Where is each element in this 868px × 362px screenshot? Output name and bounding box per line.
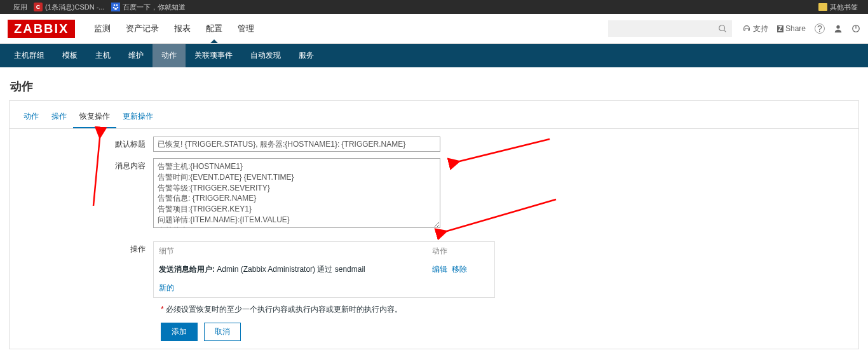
subnav-correlation[interactable]: 关联项事件: [186, 44, 241, 67]
ops-remove-link[interactable]: 移除: [452, 265, 467, 274]
ops-header-detail: 细节: [159, 246, 432, 257]
tab-recovery-operations[interactable]: 恢复操作: [73, 107, 116, 128]
bookmark-csdn[interactable]: C (1条消息)CSDN -...: [34, 3, 105, 12]
required-note: * 必须设置恢复时的至少一个执行内容或执行内容或更新时的执行内容。: [161, 304, 848, 315]
ops-row-rest: Admin (Zabbix Administrator) 通过 sendmail: [215, 265, 365, 274]
subnav-actions[interactable]: 动作: [153, 44, 186, 67]
page-title: 动作: [0, 67, 868, 100]
search-box[interactable]: [608, 20, 732, 37]
nav-reports[interactable]: 报表: [166, 18, 198, 39]
tab-operations[interactable]: 操作: [45, 107, 73, 128]
svg-point-2: [116, 4, 118, 6]
ops-edit-link[interactable]: 编辑: [432, 265, 447, 274]
bookmark-baidu[interactable]: 百度一下，你就知道: [111, 3, 186, 12]
label-default-subject: 默认标题: [20, 137, 153, 150]
row-default-subject: 默认标题: [20, 137, 848, 152]
input-default-subject[interactable]: [153, 137, 440, 152]
user-icon: [834, 24, 843, 33]
operations-table-header: 细节 动作: [154, 242, 494, 260]
subnav-templates[interactable]: 模板: [53, 44, 86, 67]
share-link[interactable]: Z Share: [777, 24, 806, 33]
tab-action[interactable]: 动作: [17, 107, 45, 128]
content-panel: 动作 操作 恢复操作 更新操作 默认标题 消息内容 操作 细节 动作: [9, 100, 859, 349]
ops-row-bold: 发送消息给用户:: [159, 265, 215, 274]
svg-point-6: [719, 25, 725, 31]
top-actions: 支持 Z Share ?: [742, 23, 860, 34]
subnav-hostgroups[interactable]: 主机群组: [5, 44, 53, 67]
tab-update-operations[interactable]: 更新操作: [116, 107, 159, 128]
subnav-discovery[interactable]: 自动发现: [241, 44, 290, 67]
svg-point-3: [112, 7, 114, 9]
browser-bookmarks-bar: 应用 C (1条消息)CSDN -... 百度一下，你就知道 其他书签: [0, 0, 868, 14]
svg-line-7: [724, 30, 726, 32]
svg-point-8: [836, 25, 839, 29]
logout-link[interactable]: [851, 24, 860, 33]
power-icon: [851, 24, 860, 33]
question-icon: ?: [815, 23, 825, 34]
asterisk-icon: *: [161, 305, 164, 314]
search-icon[interactable]: [718, 24, 727, 33]
svg-point-1: [113, 4, 115, 6]
search-input[interactable]: [613, 24, 718, 33]
ops-header-action: 动作: [432, 246, 489, 257]
user-link[interactable]: [834, 24, 843, 33]
operations-table: 细节 动作 发送消息给用户: Admin (Zabbix Administrat…: [153, 241, 495, 298]
add-button[interactable]: 添加: [161, 323, 198, 341]
tabs: 动作 操作 恢复操作 更新操作: [10, 101, 858, 129]
operations-table-footer: 新的: [154, 279, 494, 297]
nav-inventory[interactable]: 资产记录: [118, 18, 166, 39]
main-nav: 监测 资产记录 报表 配置 管理: [86, 18, 262, 39]
nav-monitoring[interactable]: 监测: [86, 18, 118, 39]
z-icon: Z: [777, 25, 783, 32]
apps-shortcut[interactable]: 应用: [4, 3, 27, 12]
subnav-maintenance[interactable]: 维护: [119, 44, 153, 67]
label-message-content: 消息内容: [20, 158, 153, 171]
nav-configuration[interactable]: 配置: [198, 18, 230, 39]
nav-administration[interactable]: 管理: [230, 18, 262, 39]
support-link[interactable]: 支持: [742, 23, 768, 34]
subnav-hosts[interactable]: 主机: [86, 44, 119, 67]
svg-point-4: [116, 7, 118, 9]
label-operations: 操作: [20, 241, 153, 255]
subnav-services[interactable]: 服务: [290, 44, 323, 67]
cancel-button[interactable]: 取消: [204, 323, 241, 341]
form: 默认标题 消息内容 操作 细节 动作 发: [10, 129, 858, 349]
top-header: ZABBIX 监测 资产记录 报表 配置 管理 支持 Z Share ?: [0, 14, 868, 44]
button-group: 添加 取消: [161, 323, 848, 341]
ops-new-link[interactable]: 新的: [159, 283, 174, 292]
headset-icon: [742, 24, 751, 33]
csdn-icon: C: [34, 3, 43, 11]
baidu-icon: [111, 3, 120, 11]
folder-icon: [818, 3, 827, 11]
svg-rect-0: [111, 3, 120, 11]
row-operations: 操作 细节 动作 发送消息给用户: Admin (Zabbix Administ…: [20, 241, 848, 298]
apps-label: 应用: [13, 3, 27, 12]
other-bookmarks[interactable]: 其他书签: [818, 3, 858, 12]
row-message-content: 消息内容: [20, 158, 848, 230]
logo[interactable]: ZABBIX: [8, 20, 75, 38]
sub-nav: 主机群组 模板 主机 维护 动作 关联项事件 自动发现 服务: [0, 44, 868, 67]
operations-table-row: 发送消息给用户: Admin (Zabbix Administrator) 通过…: [154, 260, 494, 279]
textarea-message-content[interactable]: [153, 158, 440, 228]
svg-point-5: [114, 8, 117, 10]
help-link[interactable]: ?: [815, 23, 825, 34]
